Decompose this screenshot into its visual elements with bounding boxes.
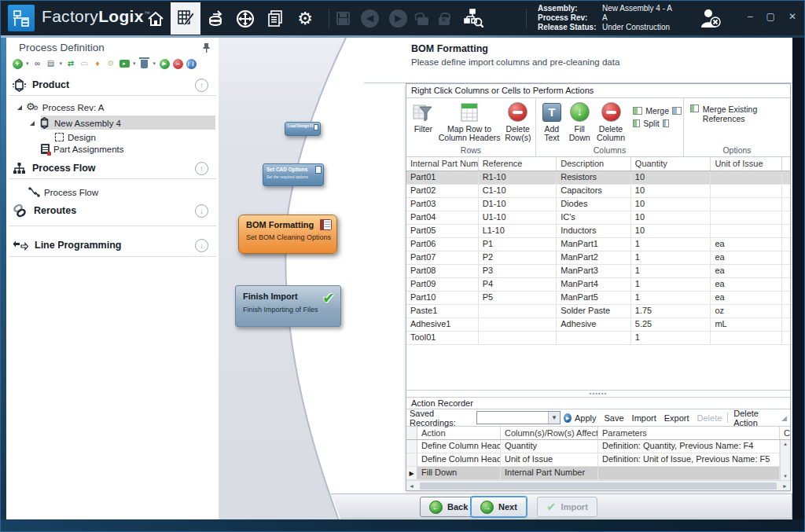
print-dropdown-icon[interactable]: ▾ xyxy=(60,61,63,67)
resize-grip-icon[interactable]: ◢ xyxy=(781,414,787,422)
step-finish-import[interactable]: Finish Import Finish Importing of Files … xyxy=(235,285,341,327)
table-row[interactable]: Part01 R1-10 Resistors 10 xyxy=(406,171,790,185)
chevron-down-icon[interactable]: ▼ xyxy=(548,412,560,424)
scroll-right-icon[interactable]: ► xyxy=(780,483,790,489)
pause-button[interactable]: ❙❙ xyxy=(186,58,197,69)
row-selector[interactable]: ▶ xyxy=(406,440,417,453)
delete-rows-button[interactable]: Delete Row(s) xyxy=(502,101,534,142)
collapse-product-icon[interactable]: ↑ xyxy=(195,79,208,92)
expander-icon[interactable] xyxy=(17,105,22,110)
options-gear-button[interactable]: ⚙ xyxy=(105,58,116,69)
table-row[interactable]: ▶ Fill Down Internal Part Number xyxy=(406,467,790,480)
add-dropdown-icon[interactable]: ▾ xyxy=(26,61,29,67)
delete-column-button[interactable]: Delete Column xyxy=(595,101,627,142)
add-button[interactable]: + xyxy=(12,58,23,69)
save-recording-button[interactable]: Save xyxy=(602,413,627,423)
cleanup-button[interactable]: ♦ xyxy=(92,58,103,69)
table-row[interactable]: Part04 U1-10 IC's 10 xyxy=(406,211,790,225)
export-folder-button[interactable]: ▸ xyxy=(119,58,130,69)
delete-dropdown-icon[interactable]: ▾ xyxy=(153,61,156,67)
back-icon[interactable]: ◀ xyxy=(361,9,379,28)
sync-button[interactable]: ⇄ xyxy=(65,58,76,69)
table-row[interactable]: Part07 P2 ManPart2 1 ea xyxy=(406,251,790,265)
filter-button[interactable]: Filter xyxy=(410,101,437,134)
stop-button[interactable]: – xyxy=(172,58,183,69)
table-row[interactable]: Part09 P4 ManPart4 1 ea xyxy=(406,278,790,292)
unlock-icon[interactable] xyxy=(417,17,428,25)
expand-reroutes-icon[interactable]: ↓ xyxy=(195,204,208,218)
table-row[interactable]: Part06 P1 ManPart1 1 ea xyxy=(406,238,790,251)
collapse-process-flow-icon[interactable]: ↑ xyxy=(195,162,208,175)
split-alt-icon[interactable] xyxy=(663,119,669,127)
section-product[interactable]: Product ↑ xyxy=(6,77,219,93)
table-row[interactable]: Adhesive1 Adhesive 5.25 mL xyxy=(406,318,790,332)
scroll-up-icon[interactable]: ▲ xyxy=(783,442,788,446)
materials-button[interactable] xyxy=(200,2,230,35)
column-header[interactable]: Column(s)/Row(s) Affected xyxy=(501,427,598,439)
next-button[interactable]: → Next xyxy=(471,497,527,517)
merge-button[interactable]: Merge xyxy=(633,106,682,116)
column-header[interactable]: Parameters xyxy=(598,427,780,439)
column-header[interactable]: Quantity xyxy=(631,157,711,171)
table-row[interactable]: Part08 P3 ManPart3 1 ea xyxy=(406,265,790,278)
logout-user-button[interactable] xyxy=(699,7,722,32)
minimize-button[interactable]: – xyxy=(748,12,753,21)
step-bom-formatting[interactable]: BOM Formatting Set BOM Cleaning Options xyxy=(238,215,337,254)
tree-item-process-rev[interactable]: ⚙⚙ Process Rev: A xyxy=(17,101,104,114)
table-row[interactable]: Tool01 1 xyxy=(406,332,790,345)
tree-item-part-assignments[interactable]: Part Assignments xyxy=(41,142,123,156)
export-recording-button[interactable]: Export xyxy=(662,413,692,423)
maximize-button[interactable]: ▢ xyxy=(766,12,775,21)
section-reroutes[interactable]: Reroutes ↓ xyxy=(6,203,219,218)
assembly-explorer-icon[interactable] xyxy=(463,9,483,28)
splitter-grip[interactable]: •••••• xyxy=(406,391,790,397)
table-row[interactable]: Part02 C1-10 Capacitors 10 xyxy=(406,185,790,198)
row-selector[interactable]: ▶ xyxy=(406,453,417,466)
table-row[interactable]: ▶ Define Column Header Unit of Issue Def… xyxy=(406,453,790,467)
column-header[interactable]: Internal Part Numb... xyxy=(406,157,479,171)
section-line-programming[interactable]: Line Programming ↓ xyxy=(6,237,219,253)
fill-down-button[interactable]: ↓ Fill Down xyxy=(566,101,594,142)
horizontal-scrollbar[interactable]: ◄ ► xyxy=(406,480,790,490)
scroll-left-icon[interactable]: ◄ xyxy=(406,483,417,489)
export-dropdown-icon[interactable]: ▾ xyxy=(133,61,136,67)
table-row[interactable]: Part05 L1-10 Inductors 10 xyxy=(406,225,790,238)
step-load-design-files[interactable]: Load Design Files xyxy=(285,122,321,136)
close-button[interactable]: ✕ xyxy=(788,12,796,21)
add-text-button[interactable]: T Add Text xyxy=(539,101,564,142)
section-process-flow[interactable]: Process Flow ↑ xyxy=(6,160,219,176)
start-button[interactable]: ▶ xyxy=(159,58,170,69)
delete-items-button[interactable] xyxy=(139,58,150,69)
vertical-scrollbar[interactable]: ▲▼ xyxy=(780,440,790,480)
row-selector[interactable]: ▶ xyxy=(406,467,417,479)
table-row[interactable]: Part03 D1-10 Diodes 10 xyxy=(406,198,790,211)
import-recording-button[interactable]: Import xyxy=(630,413,659,423)
lock-release-icon[interactable]: ✕ xyxy=(439,17,450,25)
table-row[interactable]: ▶ Define Column Header Quantity Definiti… xyxy=(406,440,790,453)
column-header[interactable]: C xyxy=(780,427,790,439)
column-header[interactable]: Action xyxy=(417,427,501,439)
tree-item-process-flow[interactable]: Process Flow xyxy=(28,185,98,199)
save-icon[interactable] xyxy=(336,11,351,26)
back-button[interactable]: ← Back xyxy=(420,497,477,517)
import-button[interactable]: ✔ Import xyxy=(537,497,597,517)
delete-action-button[interactable]: Delete Action xyxy=(731,409,778,427)
scrollbar-thumb[interactable] xyxy=(420,482,777,490)
forward-icon[interactable]: ▶ xyxy=(389,9,407,28)
presentation-button[interactable]: ▭ xyxy=(79,58,90,69)
table-row[interactable]: Part10 P5 ManPart5 1 ea xyxy=(406,292,790,305)
transfer-button[interactable] xyxy=(230,2,260,35)
scroll-down-icon[interactable]: ▼ xyxy=(783,474,788,479)
delete-recording-button[interactable]: Delete xyxy=(695,413,725,423)
column-header[interactable]: Description xyxy=(557,157,631,171)
process-definition-button[interactable] xyxy=(171,2,200,35)
settings-button[interactable]: ⚙ xyxy=(290,2,320,35)
expander-icon[interactable] xyxy=(30,121,35,126)
column-header[interactable]: Reference xyxy=(479,157,557,171)
pin-icon[interactable] xyxy=(202,42,211,53)
tree-item-new-assembly[interactable]: New Assembly 4 xyxy=(30,116,121,130)
step-set-cad-options[interactable]: Set CAD Options Set the required options xyxy=(263,163,324,186)
documents-button[interactable] xyxy=(260,2,290,35)
merge-existing-references-button[interactable]: Merge Existing References xyxy=(684,98,790,145)
saved-recordings-select[interactable]: ▼ xyxy=(476,411,561,424)
